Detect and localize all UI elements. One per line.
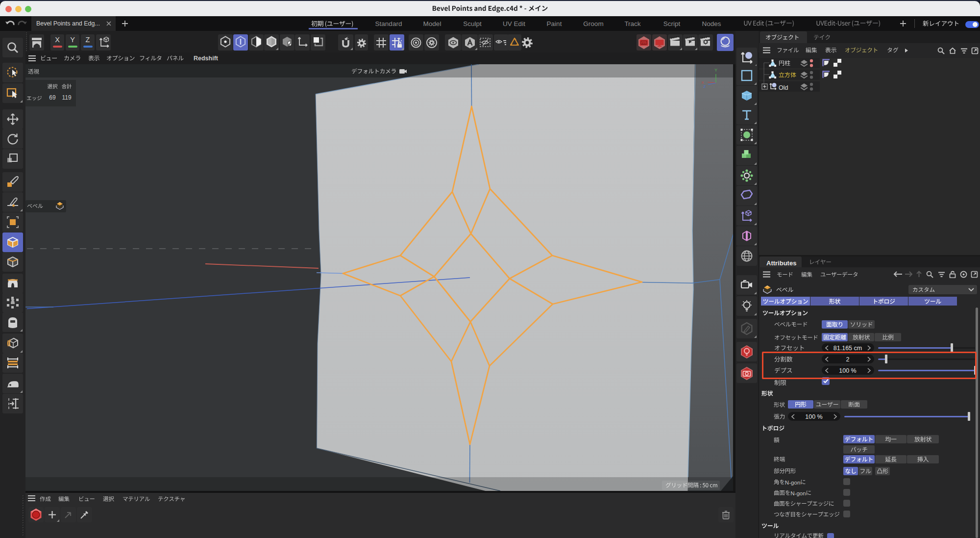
svg-text:Z: Z	[704, 84, 706, 89]
svg-text:EV: EV	[642, 42, 646, 45]
svg-text:Y: Y	[714, 68, 717, 73]
